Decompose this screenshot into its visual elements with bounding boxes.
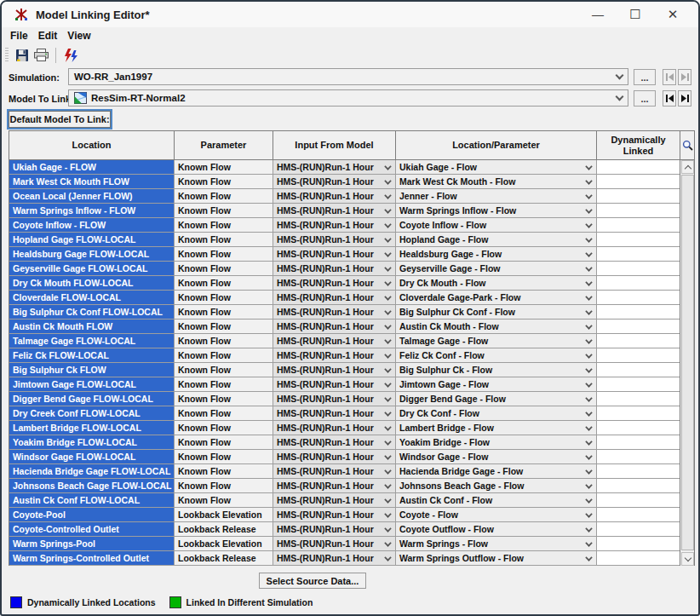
- location-parameter-dropdown[interactable]: Hacienda Bridge Gage - Flow: [396, 464, 597, 479]
- input-from-model-dropdown[interactable]: HMS-(RUN)Run-1 Hour: [273, 218, 396, 233]
- input-from-model-dropdown[interactable]: HMS-(RUN)Run-1 Hour: [273, 291, 396, 305]
- model-more-button[interactable]: ...: [634, 90, 656, 107]
- save-button[interactable]: [12, 46, 32, 64]
- header-location[interactable]: Location: [9, 131, 175, 160]
- location-cell[interactable]: Lambert Bridge FLOW-LOCAL: [9, 421, 175, 435]
- close-button[interactable]: ✕: [654, 2, 691, 27]
- simulation-dropdown[interactable]: WO-RR_Jan1997: [68, 68, 628, 85]
- location-parameter-dropdown[interactable]: Big Sulphur Ck - Flow: [396, 363, 597, 377]
- location-parameter-dropdown[interactable]: Healdsburg Gage - Flow: [396, 247, 597, 262]
- location-cell[interactable]: Geyserville Gage FLOW-LOCAL: [9, 262, 175, 276]
- input-from-model-dropdown[interactable]: HMS-(RUN)Run-1 Hour: [273, 493, 396, 508]
- location-parameter-dropdown[interactable]: Jenner - Flow: [396, 189, 597, 204]
- location-parameter-dropdown[interactable]: Dry Ck Mouth - Flow: [396, 276, 597, 291]
- input-from-model-dropdown[interactable]: HMS-(RUN)Run-1 Hour: [273, 175, 396, 189]
- location-parameter-dropdown[interactable]: Mark West Ck Mouth - Flow: [396, 175, 597, 189]
- header-dynamically-linked[interactable]: Dynamically Linked: [597, 131, 680, 160]
- location-cell[interactable]: Feliz Ck FLOW-LOCAL: [9, 348, 175, 363]
- location-cell[interactable]: Hopland Gage FLOW-LOCAL: [9, 233, 175, 247]
- input-from-model-dropdown[interactable]: HMS-(RUN)Run-1 Hour: [273, 160, 396, 175]
- menu-edit[interactable]: Edit: [33, 29, 63, 43]
- location-parameter-dropdown[interactable]: Austin Ck Conf - Flow: [396, 493, 597, 508]
- input-from-model-dropdown[interactable]: HMS-(RUN)Run-1 Hour: [273, 334, 396, 348]
- location-parameter-dropdown[interactable]: Cloverdale Gage-Park - Flow: [396, 291, 597, 305]
- input-from-model-dropdown[interactable]: HMS-(RUN)Run-1 Hour: [273, 406, 396, 421]
- location-parameter-dropdown[interactable]: Talmage Gage - Flow: [396, 334, 597, 348]
- select-source-data-button[interactable]: Select Source Data...: [259, 573, 366, 589]
- toolbar-grip[interactable]: [5, 48, 9, 63]
- location-cell[interactable]: Dry Creek Conf FLOW-LOCAL: [9, 406, 175, 421]
- location-cell[interactable]: Big Sulphur Ck Conf FLOW-LOCAL: [9, 305, 175, 320]
- input-from-model-dropdown[interactable]: HMS-(RUN)Run-1 Hour: [273, 464, 396, 479]
- input-from-model-dropdown[interactable]: HMS-(RUN)Run-1 Hour: [273, 320, 396, 334]
- input-from-model-dropdown[interactable]: HMS-(RUN)Run-1 Hour: [273, 479, 396, 493]
- header-input-from-model[interactable]: Input From Model: [273, 131, 396, 160]
- location-parameter-dropdown[interactable]: Coyote Inflow - Flow: [396, 218, 597, 233]
- location-cell[interactable]: Dry Ck Mouth FLOW-LOCAL: [9, 276, 175, 291]
- print-button[interactable]: [32, 46, 51, 64]
- scroll-up-button[interactable]: [681, 160, 694, 174]
- input-from-model-dropdown[interactable]: HMS-(RUN)Run-1 Hour: [273, 377, 396, 392]
- link-models-button[interactable]: [60, 46, 80, 64]
- location-parameter-dropdown[interactable]: Warm Springs Outflow - Flow: [396, 551, 597, 566]
- location-parameter-dropdown[interactable]: Lambert Bridge - Flow: [396, 421, 597, 435]
- location-cell[interactable]: Windsor Gage FLOW-LOCAL: [9, 450, 175, 464]
- header-location-parameter[interactable]: Location/Parameter: [396, 131, 597, 160]
- header-parameter[interactable]: Parameter: [175, 131, 273, 160]
- scroll-down-button[interactable]: [681, 552, 694, 566]
- location-parameter-dropdown[interactable]: Dry Ck Conf - Flow: [396, 406, 597, 421]
- input-from-model-dropdown[interactable]: HMS-(RUN)Run-1 Hour: [273, 262, 396, 276]
- location-cell[interactable]: Yoakim Bridge FLOW-LOCAL: [9, 435, 175, 450]
- location-parameter-dropdown[interactable]: Warm Springs - Flow: [396, 537, 597, 551]
- location-cell[interactable]: Warm Springs-Pool: [9, 537, 175, 551]
- location-cell[interactable]: Ocean Local (Jenner FLOW): [9, 189, 175, 204]
- input-from-model-dropdown[interactable]: HMS-(RUN)Run-1 Hour: [273, 508, 396, 522]
- simulation-more-button[interactable]: ...: [634, 69, 656, 85]
- location-parameter-dropdown[interactable]: Hopland Gage - Flow: [396, 233, 597, 247]
- location-cell[interactable]: Coyote Inflow - FLOW: [9, 218, 175, 233]
- model-step-forward-button[interactable]: [678, 90, 691, 107]
- scrollbar-thumb[interactable]: [681, 175, 694, 550]
- location-cell[interactable]: Healdsburg Gage FLOW-LOCAL: [9, 247, 175, 262]
- model-step-back-button[interactable]: [663, 90, 676, 107]
- location-parameter-dropdown[interactable]: Feliz Ck Conf - Flow: [396, 348, 597, 363]
- location-parameter-dropdown[interactable]: Coyote - Flow: [396, 508, 597, 522]
- model-to-link-dropdown[interactable]: ResSim-RT-Normal2: [68, 89, 628, 107]
- input-from-model-dropdown[interactable]: HMS-(RUN)Run-1 Hour: [273, 435, 396, 450]
- input-from-model-dropdown[interactable]: HMS-(RUN)Run-1 Hour: [273, 247, 396, 262]
- location-parameter-dropdown[interactable]: Windsor Gage - Flow: [396, 450, 597, 464]
- input-from-model-dropdown[interactable]: HMS-(RUN)Run-1 Hour: [273, 276, 396, 291]
- location-cell[interactable]: Cloverdale FLOW-LOCAL: [9, 291, 175, 305]
- location-cell[interactable]: Ukiah Gage - FLOW: [9, 160, 175, 175]
- location-cell[interactable]: Warm Springs Inflow - FLOW: [9, 204, 175, 218]
- maximize-button[interactable]: ☐: [617, 2, 654, 27]
- location-cell[interactable]: Warm Springs-Controlled Outlet: [9, 551, 175, 566]
- location-parameter-dropdown[interactable]: Yoakim Bridge - Flow: [396, 435, 597, 450]
- input-from-model-dropdown[interactable]: HMS-(RUN)Run-1 Hour: [273, 522, 396, 537]
- location-cell[interactable]: Hacienda Bridge Gage FLOW-LOCAL: [9, 464, 175, 479]
- location-cell[interactable]: Jimtown Gage FLOW-LOCAL: [9, 377, 175, 392]
- input-from-model-dropdown[interactable]: HMS-(RUN)Run-1 Hour: [273, 450, 396, 464]
- location-parameter-dropdown[interactable]: Jimtown Gage - Flow: [396, 377, 597, 392]
- input-from-model-dropdown[interactable]: HMS-(RUN)Run-1 Hour: [273, 189, 396, 204]
- location-cell[interactable]: Coyote-Pool: [9, 508, 175, 522]
- vertical-scrollbar[interactable]: [680, 160, 694, 566]
- location-parameter-dropdown[interactable]: Digger Bend Gage - Flow: [396, 392, 597, 406]
- location-cell[interactable]: Big Sulphur Ck FLOW: [9, 363, 175, 377]
- input-from-model-dropdown[interactable]: HMS-(RUN)Run-1 Hour: [273, 363, 396, 377]
- input-from-model-dropdown[interactable]: HMS-(RUN)Run-1 Hour: [273, 305, 396, 320]
- location-parameter-dropdown[interactable]: Johnsons Beach Gage - Flow: [396, 479, 597, 493]
- input-from-model-dropdown[interactable]: HMS-(RUN)Run-1 Hour: [273, 392, 396, 406]
- location-cell[interactable]: Mark West Ck Mouth FLOW: [9, 175, 175, 189]
- input-from-model-dropdown[interactable]: HMS-(RUN)Run-1 Hour: [273, 233, 396, 247]
- input-from-model-dropdown[interactable]: HMS-(RUN)Run-1 Hour: [273, 551, 396, 566]
- location-cell[interactable]: Austin Ck Conf FLOW-LOCAL: [9, 493, 175, 508]
- column-selector-button[interactable]: [680, 131, 694, 160]
- input-from-model-dropdown[interactable]: HMS-(RUN)Run-1 Hour: [273, 348, 396, 363]
- location-cell[interactable]: Coyote-Controlled Outlet: [9, 522, 175, 537]
- input-from-model-dropdown[interactable]: HMS-(RUN)Run-1 Hour: [273, 421, 396, 435]
- menu-file[interactable]: File: [5, 29, 33, 43]
- location-cell[interactable]: Johnsons Beach Gage FLOW-LOCAL: [9, 479, 175, 493]
- location-parameter-dropdown[interactable]: Austin Ck Mouth - Flow: [396, 320, 597, 334]
- location-parameter-dropdown[interactable]: Geyserville Gage - Flow: [396, 262, 597, 276]
